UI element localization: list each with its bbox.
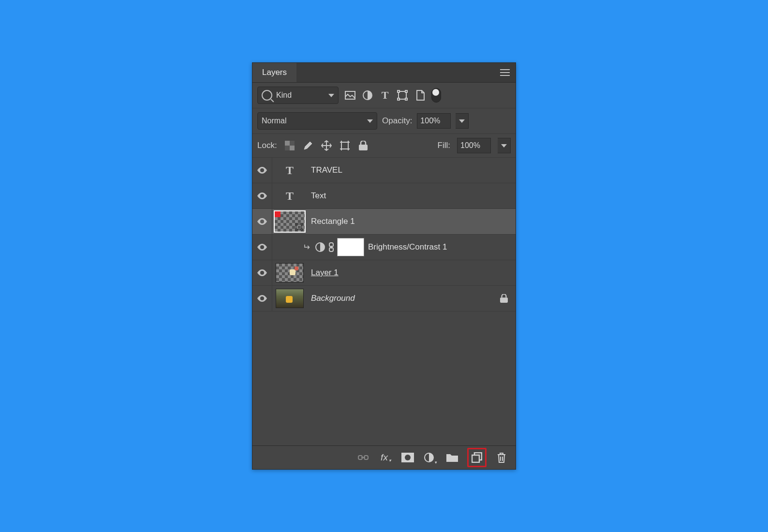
svg-rect-4 — [405, 90, 407, 92]
opacity-label: Opacity: — [382, 116, 412, 126]
svg-point-24 — [405, 455, 411, 460]
visibility-toggle[interactable] — [252, 183, 272, 208]
layer-row[interactable]: Layer 1 — [252, 260, 516, 286]
layer-thumbnail[interactable] — [276, 263, 304, 282]
lock-all-icon[interactable] — [357, 140, 369, 151]
layer-list: T TRAVEL T Text Rectangle 1 ↵ — [252, 158, 516, 445]
svg-rect-20 — [500, 297, 508, 303]
fill-input[interactable]: 100% — [457, 138, 491, 153]
visibility-toggle[interactable] — [252, 260, 272, 285]
clip-indicator-icon: ↵ — [303, 242, 310, 252]
link-icon — [328, 242, 334, 252]
svg-rect-9 — [290, 141, 295, 146]
blend-mode-value: Normal — [262, 117, 287, 125]
filter-text-icon[interactable]: T — [379, 89, 391, 101]
layer-name[interactable]: Background — [311, 294, 355, 303]
panel-tabbar: Layers — [252, 63, 516, 83]
opacity-input[interactable]: 100% — [417, 113, 451, 129]
layer-thumbnail[interactable] — [276, 289, 304, 308]
svg-rect-8 — [290, 146, 295, 150]
fx-icon[interactable]: fx▾ — [378, 450, 393, 465]
blend-row: Normal Opacity: 100% — [252, 108, 516, 134]
visibility-toggle[interactable] — [252, 158, 272, 183]
layer-row[interactable]: T TRAVEL — [252, 158, 516, 183]
svg-rect-10 — [285, 146, 290, 150]
text-layer-icon: T — [277, 187, 303, 205]
tab-layers[interactable]: Layers — [252, 63, 296, 82]
svg-rect-7 — [285, 141, 290, 146]
svg-rect-14 — [301, 223, 302, 225]
fill-label: Fill: — [438, 141, 450, 150]
lock-pixels-icon[interactable] — [302, 140, 314, 151]
lock-artboard-icon[interactable] — [339, 140, 351, 151]
panel-bottom-bar: fx▾ ▾ — [252, 445, 516, 469]
svg-rect-6 — [405, 98, 407, 100]
layer-name[interactable]: Text — [311, 191, 326, 201]
lock-icon[interactable] — [500, 294, 508, 303]
layer-row[interactable]: T Text — [252, 183, 516, 209]
visibility-toggle[interactable] — [252, 286, 272, 311]
fill-dropdown[interactable] — [498, 138, 511, 153]
visibility-toggle[interactable] — [252, 235, 272, 260]
layer-name[interactable]: Brightness/Contrast 1 — [368, 242, 447, 252]
layer-name[interactable]: TRAVEL — [311, 165, 342, 175]
link-layers-icon[interactable] — [356, 450, 370, 465]
search-icon — [262, 90, 272, 101]
filter-kind-label: Kind — [276, 91, 292, 100]
chevron-down-icon — [328, 94, 334, 97]
adjustment-layer-icon[interactable]: ▾ — [423, 450, 437, 465]
adjustment-icon — [315, 242, 325, 252]
layers-panel: Layers Kind T Normal Opacity: 1 — [252, 62, 516, 470]
lock-label: Lock: — [257, 141, 277, 150]
svg-rect-15 — [295, 229, 297, 230]
filter-smartobject-icon[interactable] — [414, 89, 426, 101]
text-layer-icon: T — [277, 162, 303, 179]
svg-rect-13 — [295, 223, 297, 225]
add-mask-icon[interactable] — [400, 450, 415, 465]
new-group-icon[interactable] — [445, 450, 459, 465]
panel-menu-icon[interactable] — [500, 69, 510, 76]
lock-transparent-icon[interactable] — [284, 140, 295, 151]
new-layer-icon[interactable] — [467, 448, 487, 467]
filter-kind-select[interactable]: Kind — [257, 87, 339, 104]
filter-pixel-icon[interactable] — [344, 89, 356, 101]
lock-row: Lock: Fill: 100% — [252, 134, 516, 158]
opacity-dropdown[interactable] — [456, 113, 469, 129]
svg-rect-3 — [398, 90, 399, 92]
filter-shape-icon[interactable] — [397, 89, 408, 101]
visibility-toggle[interactable] — [252, 209, 272, 234]
svg-rect-11 — [359, 145, 368, 150]
filter-toggle[interactable] — [431, 88, 441, 103]
delete-icon[interactable] — [494, 450, 509, 465]
layer-row[interactable]: Background — [252, 286, 516, 311]
svg-rect-16 — [301, 229, 302, 230]
filter-adjustment-icon[interactable] — [362, 89, 373, 101]
layer-mask-thumbnail[interactable] — [337, 238, 364, 256]
chevron-down-icon — [367, 119, 373, 123]
layer-row[interactable]: ↵ Brightness/Contrast 1 — [252, 235, 516, 260]
shape-thumbnail[interactable] — [274, 210, 306, 233]
layer-row[interactable]: Rectangle 1 — [252, 209, 516, 235]
svg-rect-26 — [472, 455, 479, 462]
layer-name[interactable]: Layer 1 — [311, 268, 339, 278]
svg-rect-5 — [398, 98, 399, 100]
lock-position-icon[interactable] — [321, 140, 332, 151]
blend-mode-select[interactable]: Normal — [257, 112, 377, 130]
layer-name[interactable]: Rectangle 1 — [311, 217, 355, 226]
filter-row: Kind T — [252, 83, 516, 108]
